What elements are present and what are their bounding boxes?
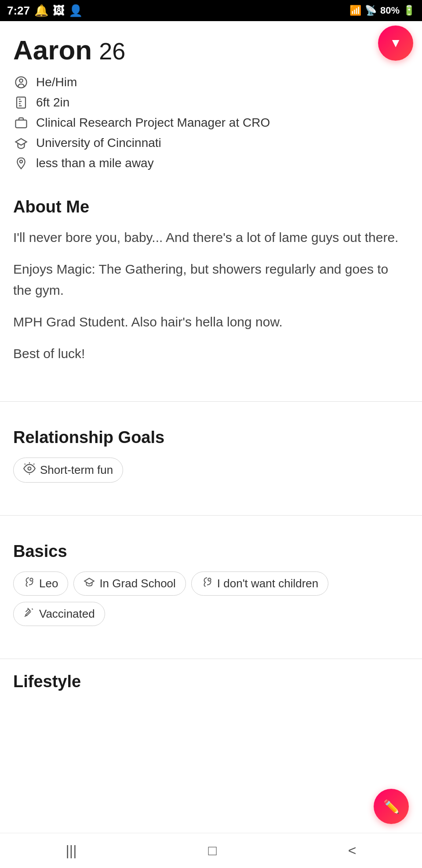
divider-2 (0, 515, 422, 516)
status-time: 7:27 (7, 4, 30, 18)
relationship-goals-section: Relationship Goals Short-term fun (13, 415, 409, 502)
battery-icon: 🔋 (403, 5, 415, 16)
nav-back-icon[interactable]: < (339, 838, 365, 863)
edit-fab-button[interactable] (374, 789, 409, 824)
heart-button[interactable] (378, 26, 413, 61)
signal-icon: 📡 (365, 5, 377, 16)
status-bar-left: 7:27 🔔 🖼 👤 (7, 4, 83, 18)
svg-rect-7 (16, 120, 27, 128)
job-text: Clinical Research Project Manager at CRO (36, 116, 270, 130)
vaccinated-label: Vaccinated (39, 607, 95, 621)
svg-point-8 (20, 160, 22, 163)
tag-leo: Leo (13, 571, 68, 596)
svg-point-14 (30, 578, 33, 581)
wifi-icon: 📶 (349, 5, 361, 16)
bottom-nav: ||| □ < (0, 833, 422, 868)
university-text: University of Cincinnati (36, 136, 161, 150)
no-children-icon (201, 576, 213, 591)
about-me-title: About Me (13, 198, 409, 216)
status-bar-right: 📶 📡 80% 🔋 (349, 5, 415, 16)
pronouns-row: He/Him (13, 74, 409, 90)
basics-title: Basics (13, 542, 409, 561)
bio-paragraph-4: Best of luck! (13, 343, 409, 364)
height-text: 6ft 2in (36, 95, 69, 110)
location-icon (13, 155, 29, 171)
nav-menu-icon[interactable]: ||| (57, 838, 86, 863)
relationship-goals-tags: Short-term fun (13, 458, 409, 489)
svg-line-13 (33, 464, 34, 465)
distance-row: less than a mile away (13, 155, 409, 171)
bio-paragraph-1: I'll never bore you, baby... And there's… (13, 227, 409, 248)
svg-point-9 (28, 467, 31, 470)
user-icon: 👤 (69, 4, 83, 18)
basics-tags: Leo In Grad School (13, 571, 409, 632)
battery-text: 80% (380, 5, 400, 16)
short-term-fun-icon (23, 462, 36, 478)
short-term-fun-label: Short-term fun (40, 463, 113, 477)
height-icon (13, 95, 29, 110)
svg-line-12 (25, 464, 25, 465)
tag-no-children: I don't want children (191, 571, 328, 596)
svg-point-15 (208, 578, 211, 581)
job-icon (13, 115, 29, 131)
lifestyle-title: Lifestyle (13, 672, 409, 691)
grad-school-label: In Grad School (99, 577, 175, 590)
info-rows: He/Him 6ft 2in Clinical Res (13, 74, 409, 171)
divider-3 (0, 659, 422, 659)
pronouns-text: He/Him (36, 75, 77, 89)
name-row: Aaron 26 (13, 34, 409, 66)
grad-school-icon (84, 576, 95, 591)
nav-home-icon[interactable]: □ (199, 838, 225, 863)
svg-rect-2 (17, 97, 25, 108)
basics-section: Basics Leo (13, 529, 409, 645)
status-bar: 7:27 🔔 🖼 👤 📶 📡 80% 🔋 (0, 0, 422, 21)
bio-paragraph-2: Enjoys Magic: The Gathering, but showers… (13, 259, 409, 301)
vaccinated-icon (23, 607, 35, 621)
job-row: Clinical Research Project Manager at CRO (13, 115, 409, 131)
university-row: University of Cincinnati (13, 135, 409, 151)
no-children-label: I don't want children (217, 577, 318, 590)
bio-paragraph-3: MPH Grad Student. Also hair's hella long… (13, 311, 409, 333)
about-me-section: About Me I'll never bore you, baby... An… (13, 184, 409, 388)
university-icon (13, 135, 29, 151)
height-row: 6ft 2in (13, 95, 409, 110)
leo-icon (23, 576, 35, 591)
leo-label: Leo (39, 577, 58, 590)
svg-point-1 (19, 79, 23, 83)
relationship-goals-title: Relationship Goals (13, 428, 409, 447)
pronouns-icon (13, 74, 29, 90)
lifestyle-section: Lifestyle (13, 672, 409, 691)
profile-age: 26 (99, 37, 125, 65)
tag-grad-school: In Grad School (73, 571, 186, 596)
divider-1 (0, 401, 422, 402)
profile-content: Aaron 26 He/Him (0, 21, 422, 709)
profile-name: Aaron (13, 34, 92, 66)
distance-text: less than a mile away (36, 156, 154, 170)
notification-icon: 🔔 (34, 4, 48, 18)
gallery-icon: 🖼 (53, 4, 64, 18)
tag-vaccinated: Vaccinated (13, 602, 105, 626)
tag-short-term-fun: Short-term fun (13, 458, 123, 483)
